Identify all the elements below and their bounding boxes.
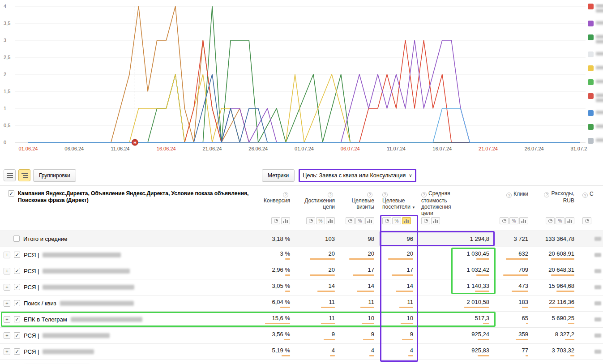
pie-toggle-button[interactable] (271, 217, 280, 224)
legend-item[interactable] (588, 110, 603, 116)
dimension-column-header: ✓Кампания Яндекс.Директа, Объявление Янд… (0, 186, 260, 231)
legend-item[interactable] (588, 21, 603, 26)
expand-button[interactable]: + (4, 332, 10, 339)
value-mini-bar (551, 274, 574, 276)
value-mini-bar (476, 274, 489, 276)
legend-item[interactable] (588, 34, 603, 43)
column-label: Расходы, RUB (551, 190, 574, 204)
chart-legend (588, 4, 603, 161)
column-header-avg-goal-cost[interactable]: ?Средняя стоимость достижения цели (419, 186, 495, 217)
expand-button[interactable]: + (4, 348, 10, 355)
legend-color-swatch (588, 110, 594, 116)
legend-item[interactable] (588, 79, 603, 85)
row-label: РСЯ | (24, 332, 39, 339)
row-checkbox[interactable]: ✓ (14, 300, 20, 306)
value-mini-bar (282, 355, 290, 356)
expand-button[interactable]: + (4, 316, 10, 323)
legend-item[interactable] (588, 93, 603, 102)
pie-toggle-button[interactable] (500, 217, 509, 224)
bars-toggle-button[interactable] (431, 217, 440, 224)
pie-toggle-button[interactable] (382, 217, 391, 224)
legend-label-blurred (596, 65, 603, 69)
column-label: Клики (513, 191, 528, 197)
select-all-checkbox[interactable]: ✓ (8, 190, 14, 197)
expand-button[interactable]: + (4, 284, 10, 291)
table-row: +✓РСЯ | 3,56 %999925,243598 327,2 (0, 327, 603, 343)
groupings-button[interactable]: Группировки (33, 169, 76, 182)
percent-toggle-button[interactable]: % (316, 217, 325, 224)
value-mini-bar (324, 339, 335, 340)
svg-text:16.07.24: 16.07.24 (432, 146, 452, 151)
value-mini-bar (464, 307, 489, 308)
legend-color-swatch (588, 93, 594, 99)
metrics-button[interactable]: Метрики (262, 169, 295, 182)
pie-toggle-button[interactable] (421, 217, 430, 224)
percent-toggle-button[interactable]: % (355, 217, 364, 224)
bars-toggle-button[interactable] (402, 217, 411, 224)
value-mini-bar (478, 355, 489, 356)
row-checkbox[interactable]: ✓ (14, 284, 20, 290)
percent-toggle-button[interactable]: % (392, 217, 401, 224)
metric-value: 4 (295, 343, 340, 360)
metric-value: 10 (380, 311, 419, 327)
pie-toggle-button[interactable] (546, 217, 555, 224)
analytics-app: 00,511,522,533,5401.06.2406.06.2411.06.2… (0, 0, 603, 364)
metric-value: 9 (340, 327, 380, 343)
truncated-cell (580, 311, 603, 327)
legend-item[interactable] (588, 4, 603, 13)
bars-toggle-button[interactable] (326, 217, 335, 224)
expand-button[interactable]: + (4, 268, 10, 274)
svg-text:2,5: 2,5 (4, 55, 10, 60)
value-mini-bar (317, 291, 335, 292)
metric-value: 3 703,32 (534, 343, 580, 360)
column-header-clicks[interactable]: ?Клики (495, 186, 534, 217)
expand-button[interactable]: + (4, 300, 10, 307)
table-row: +✓РСЯ | 2,96 %2017171 032,4270920 648,31 (0, 263, 603, 279)
metric-value: 9 (380, 327, 419, 343)
legend-item[interactable] (588, 124, 603, 130)
column-header-next-cut[interactable]: ?С (580, 186, 603, 217)
help-icon: ? (328, 192, 333, 197)
row-checkbox[interactable] (13, 236, 20, 242)
row-checkbox[interactable]: ✓ (14, 332, 20, 338)
dimension-header-text: Кампания Яндекс.Директа, Объявление Янде… (18, 190, 251, 204)
row-checkbox[interactable]: ✓ (14, 268, 20, 274)
column-header-costs[interactable]: ?Расходы, RUB (534, 186, 580, 217)
help-icon: ? (582, 193, 588, 198)
pie-toggle-button[interactable] (306, 217, 315, 224)
percent-icon: % (512, 218, 516, 223)
percent-icon: % (358, 218, 362, 223)
row-checkbox[interactable]: ✓ (14, 316, 20, 322)
goal-dropdown[interactable]: Цель: Заявка с квиза или Консультация ∨ (300, 170, 415, 181)
bars-toggle-button[interactable] (281, 217, 290, 224)
value-mini-bar (285, 291, 290, 292)
bars-toggle-button[interactable] (519, 217, 528, 224)
column-header-target-visitors[interactable]: ?Целевые посетители▼ (380, 186, 419, 217)
column-header-target-visits[interactable]: ?Целевые визиты (340, 186, 380, 217)
legend-item[interactable] (588, 51, 603, 57)
value-mini-bar (362, 323, 374, 324)
bars-icon (567, 218, 573, 223)
column-header-conversion[interactable]: ?Конверсия (260, 186, 295, 217)
percent-toggle-button[interactable]: % (556, 217, 565, 224)
pie-toggle-button[interactable] (346, 217, 355, 224)
row-checkbox[interactable]: ✓ (14, 348, 20, 355)
percent-toggle-button[interactable]: % (509, 217, 518, 224)
legend-item[interactable] (588, 65, 603, 71)
metric-value: 6,04 % (260, 295, 295, 311)
expand-button[interactable]: + (4, 252, 10, 258)
pie-toggle-button[interactable] (582, 217, 591, 224)
table-row: +✓РСЯ | 3 %2020201 030,4563220 608,91 (0, 247, 603, 263)
legend-item[interactable] (588, 138, 603, 144)
bars-toggle-button[interactable] (565, 217, 574, 224)
svg-text:21.06.24: 21.06.24 (203, 146, 222, 151)
column-header-goal-achievements[interactable]: ?Достижения цели (295, 186, 340, 217)
list-view-button[interactable] (4, 169, 16, 181)
metric-value: 9 (295, 327, 340, 343)
value-mini-bar (478, 339, 489, 340)
tree-view-button[interactable] (18, 169, 30, 181)
row-checkbox[interactable]: ✓ (14, 252, 20, 258)
legend-color-swatch (588, 51, 594, 57)
legend-label-blurred (596, 79, 603, 83)
bars-toggle-button[interactable] (365, 217, 374, 224)
